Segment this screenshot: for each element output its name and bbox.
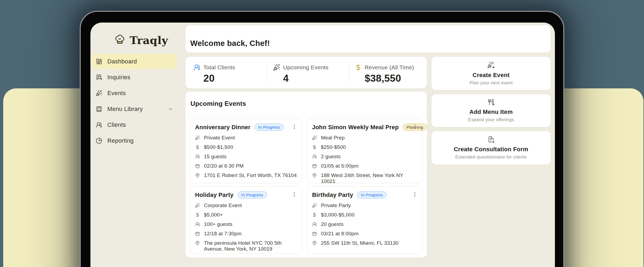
kebab-menu-button[interactable] — [412, 123, 420, 131]
party-popper-icon — [273, 64, 280, 71]
kebab-menu-button[interactable] — [412, 190, 420, 199]
sidebar-item-menu-library[interactable]: Menu Library — [92, 102, 177, 117]
stat-label: Total Clients — [203, 64, 235, 71]
map-pin-icon — [195, 173, 200, 178]
dollar-icon — [312, 145, 317, 150]
party-popper-icon — [312, 203, 317, 208]
app-screen: Traqly Dashboard Inquiries Events Menu L… — [90, 23, 555, 267]
welcome-title: Welcome back, Chef! — [190, 39, 270, 48]
event-title: Holiday Party — [195, 192, 233, 199]
event-location: 1701 E Robert St, Fort Worth, TX 76104 — [204, 172, 297, 178]
party-popper-icon — [195, 203, 200, 208]
event-datetime: 02/20 at 6:30 PM — [204, 163, 244, 169]
message-question-icon — [96, 74, 102, 81]
event-location: The peninsula Hotel NYC 700 5th Avenue, … — [204, 240, 297, 252]
stat-value: $38,550 — [365, 73, 414, 84]
event-guests: 20 guests — [321, 221, 343, 227]
chevron-down-icon — [168, 107, 173, 112]
event-budget: $5,000+ — [204, 212, 223, 218]
upcoming-events-section: Upcoming Events Anniversary Dinner In Pr… — [185, 91, 427, 258]
dollar-icon — [195, 145, 200, 150]
event-type: Meal Prep — [321, 135, 345, 141]
event-guests: 2 guests — [321, 154, 341, 160]
welcome-card: Welcome back, Chef! — [185, 25, 551, 53]
event-budget: $3,000-$5,000 — [321, 212, 354, 218]
quick-action-title: Create Event — [473, 72, 510, 79]
quick-action-title: Create Consultation Form — [454, 146, 528, 153]
kebab-menu-button[interactable] — [291, 190, 299, 199]
section-header: Upcoming Events — [185, 92, 427, 116]
quick-action-subtitle: Plan your next event — [470, 80, 513, 86]
map-pin-icon — [312, 241, 317, 246]
quick-action-create-consultation-form[interactable]: Create Consultation Form Extended questi… — [431, 131, 551, 165]
sidebar-item-label: Inquiries — [107, 74, 130, 81]
sidebar-item-dashboard[interactable]: Dashboard — [92, 54, 177, 69]
sidebar-item-label: Events — [107, 90, 126, 97]
event-datetime: 01/05 at 5:00pm — [321, 163, 358, 169]
status-badge: In Progress — [255, 124, 284, 131]
party-popper-icon — [195, 135, 200, 140]
sidebar-item-label: Menu Library — [107, 106, 143, 113]
section-title: Upcoming Events — [191, 100, 246, 107]
map-pin-icon — [312, 173, 317, 178]
sidebar-item-events[interactable]: Events — [92, 86, 177, 101]
layout-dashboard-icon — [96, 58, 102, 65]
stat-revenue: Revenue (All Time) $38,550 — [355, 57, 414, 88]
party-popper-icon — [96, 90, 102, 96]
stat-label: Revenue (All Time) — [365, 64, 414, 71]
quick-action-subtitle: Expand your offerings — [468, 117, 514, 122]
quick-action-add-menu-item[interactable]: Add Menu Item Expand your offerings — [431, 94, 551, 127]
pie-chart-icon — [96, 138, 102, 144]
stat-label: Upcoming Events — [283, 64, 328, 71]
event-title: Anniversary Dinner — [195, 124, 251, 131]
event-card: Anniversary Dinner In Progress Private E… — [190, 119, 302, 183]
map-pin-icon — [195, 241, 200, 246]
users-icon — [312, 222, 317, 227]
event-location: 188 West 24th Street, New York NY 10021 — [321, 172, 417, 184]
stats-card: Total Clients 20 Upcoming Events 4 Reven… — [185, 56, 427, 89]
event-card: Birthday Party In Progress Private Party… — [307, 186, 422, 254]
event-guests: 15 guests — [204, 154, 226, 160]
event-title: John Simon Weekly Meal Prep — [312, 124, 399, 131]
file-question-plus-icon — [488, 136, 495, 143]
chef-hat-icon — [114, 34, 126, 46]
event-datetime: 12/18 at 7:30pm — [204, 231, 241, 237]
sidebar-item-reporting[interactable]: Reporting — [92, 133, 177, 148]
calendar-icon — [312, 164, 317, 168]
users-icon — [96, 122, 102, 128]
event-type: Private Event — [204, 135, 235, 141]
event-type: Corporate Event — [204, 203, 242, 208]
party-popper-icon — [312, 135, 317, 140]
event-location: 255 SW 11th St, Miami, FL 33130 — [321, 240, 398, 246]
brand-name: Traqly — [130, 34, 168, 46]
utensils-plus-icon — [488, 99, 495, 106]
sidebar: Traqly Dashboard Inquiries Events Menu L… — [90, 23, 185, 267]
sidebar-nav: Dashboard Inquiries Events Menu Library … — [92, 54, 177, 149]
event-datetime: 03/21 at 8:00pm — [321, 231, 358, 237]
sidebar-item-inquiries[interactable]: Inquiries — [92, 70, 177, 85]
dollar-icon — [312, 212, 317, 217]
stat-divider — [267, 64, 268, 82]
quick-action-create-event[interactable]: Create Event Plan your next event — [431, 56, 551, 91]
users-icon — [312, 154, 317, 159]
stat-value: 20 — [203, 73, 235, 84]
calendar-icon — [312, 231, 317, 236]
event-budget: $500-$1,500 — [204, 144, 233, 150]
sidebar-item-label: Clients — [107, 121, 126, 128]
app-logo: Traqly — [114, 34, 168, 46]
party-popper-plus-icon — [487, 62, 495, 69]
quick-action-title: Add Menu Item — [469, 109, 513, 116]
events-grid: Anniversary Dinner In Progress Private E… — [190, 119, 422, 254]
users-icon — [195, 154, 200, 159]
stat-upcoming-events: Upcoming Events 4 — [273, 57, 328, 88]
event-card: John Simon Weekly Meal Prep Planning Mea… — [307, 119, 422, 183]
event-guests: 100+ guests — [204, 221, 232, 227]
event-type: Private Party — [321, 203, 351, 208]
sidebar-item-label: Reporting — [107, 137, 134, 144]
kebab-menu-button[interactable] — [291, 123, 299, 131]
event-title: Birthday Party — [312, 192, 353, 199]
users-icon — [195, 222, 200, 227]
sidebar-item-label: Dashboard — [107, 58, 137, 65]
quick-action-subtitle: Extended questionnaire for clients — [455, 154, 527, 160]
sidebar-item-clients[interactable]: Clients — [92, 117, 177, 132]
